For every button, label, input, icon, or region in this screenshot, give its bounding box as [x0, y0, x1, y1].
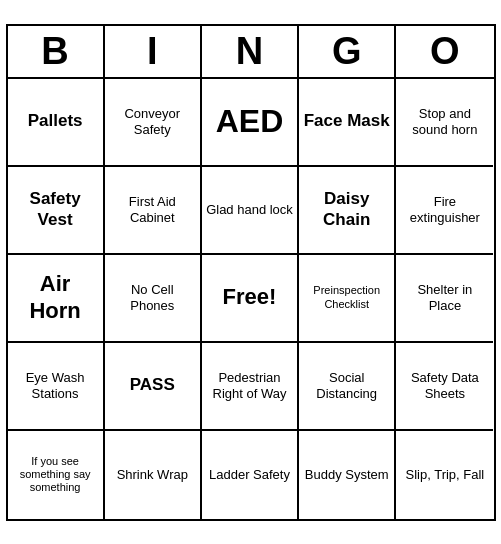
bingo-grid: PalletsConveyor SafetyAEDFace MaskStop a…	[8, 79, 494, 519]
bingo-cell-14: Shelter in Place	[396, 255, 493, 343]
bingo-cell-21: Shrink Wrap	[105, 431, 202, 519]
bingo-cell-13: Preinspection Checklist	[299, 255, 396, 343]
bingo-cell-1: Conveyor Safety	[105, 79, 202, 167]
bingo-cell-7: Glad hand lock	[202, 167, 299, 255]
bingo-letter-i: I	[105, 26, 202, 77]
bingo-cell-16: PASS	[105, 343, 202, 431]
bingo-cell-19: Safety Data Sheets	[396, 343, 493, 431]
bingo-cell-17: Pedestrian Right of Way	[202, 343, 299, 431]
bingo-cell-4: Stop and sound horn	[396, 79, 493, 167]
bingo-cell-24: Slip, Trip, Fall	[396, 431, 493, 519]
bingo-cell-10: Air Horn	[8, 255, 105, 343]
bingo-cell-23: Buddy System	[299, 431, 396, 519]
bingo-letter-g: G	[299, 26, 396, 77]
bingo-cell-22: Ladder Safety	[202, 431, 299, 519]
bingo-cell-5: Safety Vest	[8, 167, 105, 255]
bingo-cell-6: First Aid Cabinet	[105, 167, 202, 255]
bingo-cell-3: Face Mask	[299, 79, 396, 167]
bingo-cell-15: Eye Wash Stations	[8, 343, 105, 431]
bingo-cell-11: No Cell Phones	[105, 255, 202, 343]
bingo-cell-9: Fire extinguisher	[396, 167, 493, 255]
bingo-letter-n: N	[202, 26, 299, 77]
bingo-cell-12: Free!	[202, 255, 299, 343]
bingo-cell-0: Pallets	[8, 79, 105, 167]
bingo-card: BINGO PalletsConveyor SafetyAEDFace Mask…	[6, 24, 496, 521]
bingo-letter-b: B	[8, 26, 105, 77]
bingo-header: BINGO	[8, 26, 494, 79]
bingo-cell-2: AED	[202, 79, 299, 167]
bingo-cell-20: If you see something say something	[8, 431, 105, 519]
bingo-cell-18: Social Distancing	[299, 343, 396, 431]
bingo-cell-8: Daisy Chain	[299, 167, 396, 255]
bingo-letter-o: O	[396, 26, 493, 77]
